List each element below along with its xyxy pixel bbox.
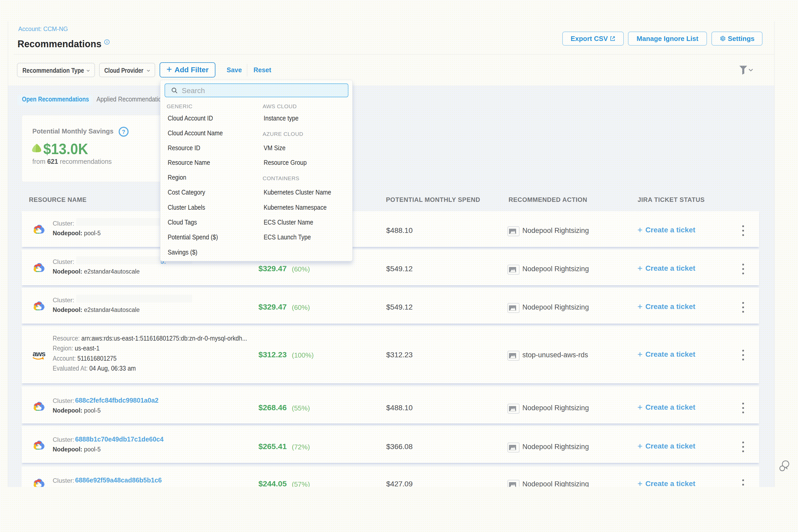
svg-text:aws: aws <box>33 350 45 358</box>
svg-text:?: ? <box>122 129 125 135</box>
